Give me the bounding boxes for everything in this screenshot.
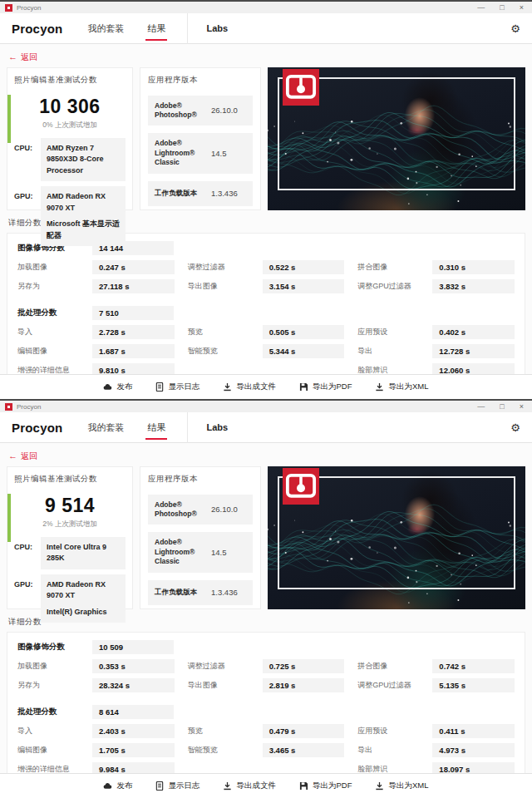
metric-label: 导出 xyxy=(357,745,426,756)
benchmark-score: 9 514 xyxy=(14,495,126,517)
gpu-row: GPU: AMD Radeon RX 9070 XT Microsoft 基本显… xyxy=(14,186,126,246)
score-indicator-bar xyxy=(7,95,11,143)
metric-cell: 导出图像2.819 s xyxy=(188,678,345,692)
close-button[interactable]: × xyxy=(520,403,524,411)
tab-labs[interactable]: Labs xyxy=(204,13,229,43)
metric-value: 3.832 s xyxy=(432,279,515,293)
metric-value: 0.411 s xyxy=(432,724,515,738)
metric-label: 拼合图像 xyxy=(357,262,426,273)
retouch-score-cell: 图像修饰分数 10 509 xyxy=(17,640,174,654)
benchmark-hero-image xyxy=(268,67,525,210)
minimize-button[interactable]: — xyxy=(477,4,485,12)
back-label: 返回 xyxy=(21,451,37,462)
minimize-button[interactable]: — xyxy=(477,403,485,411)
results-page: ← 返回 照片编辑基准测试分数 10 306 0% 上次测试增加 CPU: AM… xyxy=(0,44,532,374)
export-pdf-button[interactable]: 导出为PDF xyxy=(299,382,352,392)
title-bar: Procyon — □ × xyxy=(0,401,532,412)
metric-label: 预览 xyxy=(188,327,256,337)
tab-my-suites[interactable]: 我的套装 xyxy=(86,411,126,444)
version-name: Adobe® Photoshop® xyxy=(155,101,206,121)
back-link[interactable]: ← 返回 xyxy=(8,451,37,462)
tab-my-suites[interactable]: 我的套装 xyxy=(86,12,126,45)
metric-value: 0.522 s xyxy=(263,260,345,274)
download-icon xyxy=(223,382,232,392)
settings-gear-icon[interactable]: ⚙ xyxy=(510,421,520,434)
gpu-name-secondary: Intel(R) Graphics xyxy=(47,607,120,618)
metric-label: 应用预设 xyxy=(357,327,426,337)
metric-cell: 导入2.728 s xyxy=(17,325,175,339)
cloud-upload-icon xyxy=(103,781,112,791)
maximize-button[interactable]: □ xyxy=(500,403,504,411)
cpu-row: CPU: AMD Ryzen 7 9850X3D 8-Core Processo… xyxy=(14,138,126,182)
metric-cell: 编辑图像1.687 s xyxy=(17,344,175,358)
detailed-scores-panel: 图像修饰分数 14 144 加载图像0.247 s 调整过滤器0.522 s 拼… xyxy=(7,233,525,385)
window-controls: — □ × xyxy=(477,4,527,12)
show-log-button[interactable]: 显示日志 xyxy=(155,382,200,392)
metric-value: 27.118 s xyxy=(92,279,175,293)
metric-value: 0.725 s xyxy=(263,659,345,673)
version-value: 26.10.0 xyxy=(206,505,238,514)
metric-value: 0.247 s xyxy=(92,260,175,274)
export-xml-button[interactable]: 导出为XML xyxy=(375,781,428,791)
metric-cell: 调整过滤器0.522 s xyxy=(188,260,345,274)
cpu-row: CPU: Intel Core Ultra 9 285K xyxy=(14,537,126,569)
back-arrow-icon: ← xyxy=(8,52,17,62)
metric-label: 导出图像 xyxy=(188,680,256,691)
publish-button[interactable]: 发布 xyxy=(103,781,132,791)
download-icon xyxy=(375,781,384,791)
metric-label: 导出 xyxy=(357,346,426,357)
export-xml-button[interactable]: 导出为XML xyxy=(375,382,428,392)
maximize-button[interactable]: □ xyxy=(500,4,504,12)
window-title: Procyon xyxy=(17,403,41,411)
export-toolbar: 发布 显示日志 导出成文件 导出为PDF 导出为XML xyxy=(0,773,532,798)
score-delta: 2% 上次测试增加 xyxy=(14,520,126,530)
score-delta: 0% 上次测试增加 xyxy=(14,121,126,131)
tab-results[interactable]: 结果 xyxy=(145,12,167,45)
metric-label: 编辑图像 xyxy=(17,745,86,756)
export-file-button[interactable]: 导出成文件 xyxy=(223,382,276,392)
close-button[interactable]: × xyxy=(520,4,524,12)
metric-cell: 拼合图像0.742 s xyxy=(357,659,515,673)
batch-score-cell: 批处理分数 7 510 xyxy=(17,306,174,320)
metric-cell: 拼合图像0.310 s xyxy=(357,260,515,274)
metric-value: 0.742 s xyxy=(432,659,515,673)
versions-title: 应用程序版本 xyxy=(148,75,253,86)
metric-value: 0.310 s xyxy=(432,260,515,274)
version-row: 工作负载版本 1.3.436 xyxy=(148,181,253,206)
app-versions-card: 应用程序版本 Adobe® Photoshop® 26.10.0 Adobe® … xyxy=(140,67,261,210)
metric-value: 28.324 s xyxy=(92,678,175,692)
metric-cell: 导出图像3.154 s xyxy=(188,279,345,293)
version-name: Adobe® Photoshop® xyxy=(155,500,206,520)
score-card-title: 照片编辑基准测试分数 xyxy=(14,75,126,86)
settings-gear-icon[interactable]: ⚙ xyxy=(510,22,520,35)
metric-label: 应用预设 xyxy=(357,726,426,736)
tab-labs[interactable]: Labs xyxy=(204,412,229,442)
metric-label: 拼合图像 xyxy=(357,661,426,672)
metric-label: 加载图像 xyxy=(17,262,86,273)
score-indicator-bar xyxy=(7,494,11,542)
tab-results[interactable]: 结果 xyxy=(145,411,167,444)
metric-label: 导入 xyxy=(17,327,86,337)
stacked-screenshots: Procyon — □ × Procyon 我的套装 结果 Labs ⚙ ← 返… xyxy=(0,0,532,798)
show-log-button[interactable]: 显示日志 xyxy=(155,781,200,791)
export-toolbar: 发布 显示日志 导出成文件 导出为PDF 导出为XML xyxy=(0,374,532,399)
cloud-upload-icon xyxy=(103,382,112,392)
gpu-names: AMD Radeon RX 9070 XT Microsoft 基本显示适配器 xyxy=(41,186,126,246)
export-file-button[interactable]: 导出成文件 xyxy=(223,781,276,791)
metric-label: 批处理分数 xyxy=(17,308,86,318)
benchmark-hero-image xyxy=(268,466,525,609)
metric-cell: 智能预览3.465 s xyxy=(188,743,345,757)
metric-cell: 应用预设0.411 s xyxy=(357,724,515,738)
metric-cell: 调整GPU过滤器3.832 s xyxy=(357,279,515,293)
download-icon xyxy=(375,382,384,392)
metric-cell: 加载图像0.353 s xyxy=(17,659,175,673)
metric-label: 调整过滤器 xyxy=(188,661,256,672)
metric-cell: 另存为27.118 s xyxy=(17,279,175,293)
back-link[interactable]: ← 返回 xyxy=(8,52,37,63)
publish-button[interactable]: 发布 xyxy=(103,382,132,392)
metric-label: 加载图像 xyxy=(17,661,86,672)
metric-value: 0.505 s xyxy=(263,325,345,339)
cpu-name: AMD Ryzen 7 9850X3D 8-Core Processor xyxy=(41,138,126,182)
metric-cell: 调整GPU过滤器5.135 s xyxy=(357,678,515,692)
export-pdf-button[interactable]: 导出为PDF xyxy=(299,781,352,791)
